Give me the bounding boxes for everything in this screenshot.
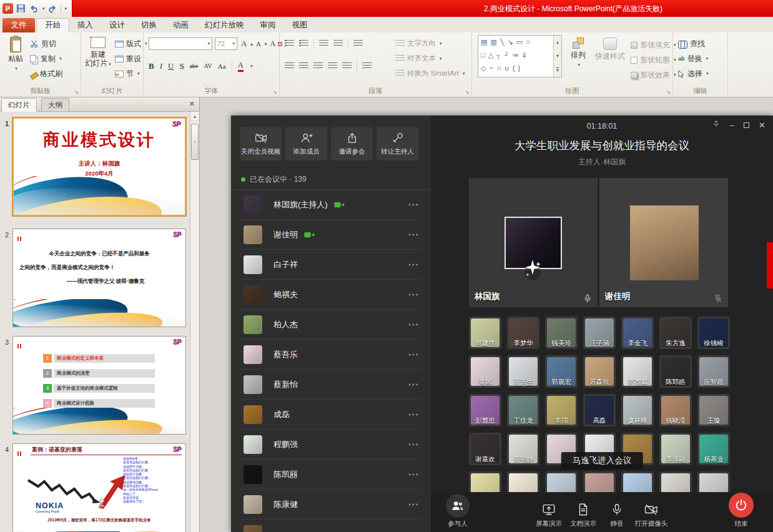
slide-thumbnail-1[interactable]: SP 商业模式设计 主讲人：林国旗 2020年4月 bbox=[12, 117, 186, 216]
text-shadow-button[interactable]: S bbox=[179, 61, 184, 71]
add-member-button[interactable]: 添加成员 bbox=[285, 127, 327, 160]
bold-button[interactable]: B bbox=[149, 61, 154, 71]
new-slide-button[interactable]: 新建幻灯片▾ bbox=[82, 35, 114, 69]
slide-thumbnail-2[interactable]: SP 今天企业之间的竞争：已经不是产品和服务 之间的竞争，而是商业模式之间的竞争… bbox=[12, 229, 186, 327]
character-spacing-button[interactable]: AV bbox=[204, 62, 212, 69]
video-grid-tile[interactable]: 郭观宏 bbox=[545, 355, 578, 388]
video-grid-tile[interactable]: 苏森欣 bbox=[583, 355, 616, 388]
video-grid-tile[interactable]: 钱美玲 bbox=[545, 317, 578, 349]
shape-outline-button[interactable]: 形状轮廓▾ bbox=[631, 54, 676, 66]
shapes-gallery-scrollbar[interactable]: ▲▼▼ bbox=[553, 36, 561, 77]
font-size-combo[interactable]: 72▾ bbox=[215, 37, 237, 50]
tab-slides[interactable]: 幻灯片 bbox=[1, 98, 37, 112]
doc-share-button[interactable]: 文档演示 bbox=[570, 501, 596, 528]
font-color-button[interactable]: A bbox=[238, 60, 244, 72]
video-grid-tile[interactable] bbox=[545, 471, 578, 492]
redo-icon[interactable] bbox=[47, 3, 58, 14]
tab-开始[interactable]: 开始 bbox=[36, 18, 69, 32]
video-grid-tile[interactable]: 李金飞 bbox=[621, 317, 654, 349]
slide-thumbnail-4[interactable]: SP 案例：诺基亚的衰落 NOKIA Connecting People 你说A… bbox=[12, 443, 186, 532]
participant-row[interactable]: 柏人杰 bbox=[240, 310, 422, 340]
close-icon[interactable]: ✕ bbox=[189, 100, 195, 108]
panel-scrollbar[interactable]: ▲ ≡ bbox=[190, 112, 199, 532]
more-button[interactable] bbox=[407, 498, 420, 511]
tab-幻灯片放映[interactable]: 幻灯片放映 bbox=[197, 18, 252, 32]
shapes-gallery[interactable]: ▤▥╲↘▭○ □△┐┘⇒⇓ ◇~∩∪{} ▲▼▼ bbox=[478, 35, 562, 77]
columns-icon[interactable] bbox=[362, 62, 372, 70]
video-grid-tile[interactable]: 罗杰威 bbox=[621, 355, 654, 388]
more-button[interactable] bbox=[407, 408, 420, 421]
text-direction-button[interactable]: 文字方向▾ bbox=[395, 39, 442, 48]
italic-button[interactable]: I bbox=[160, 61, 162, 71]
video-grid-tile[interactable]: 钱晓滢 bbox=[659, 394, 692, 426]
video-grid-tile[interactable]: 王璇 bbox=[697, 394, 730, 426]
featured-video-tile[interactable]: 谢佳明 bbox=[599, 178, 728, 307]
participant-row[interactable]: 蔡新怡 bbox=[240, 370, 422, 400]
undo-dropdown-icon[interactable]: ▾ bbox=[42, 6, 45, 11]
more-button[interactable] bbox=[407, 378, 420, 391]
underline-button[interactable]: U bbox=[168, 61, 174, 71]
tab-file[interactable]: 文件 bbox=[2, 18, 35, 32]
video-grid-tile[interactable]: 虞林峰 bbox=[621, 394, 654, 426]
quick-styles-button[interactable]: 快速样式 bbox=[593, 35, 628, 61]
participant-row[interactable]: 成磊 bbox=[240, 400, 422, 430]
more-button[interactable] bbox=[407, 318, 420, 331]
bullets-icon[interactable] bbox=[285, 40, 294, 47]
customize-toolbar-icon[interactable]: ▾ bbox=[65, 6, 67, 11]
dialog-launcher-icon[interactable]: ↘ bbox=[666, 89, 671, 95]
scroll-up-icon[interactable]: ▲ bbox=[190, 112, 199, 121]
align-center-icon[interactable] bbox=[299, 62, 308, 70]
strikethrough-button[interactable]: abe bbox=[190, 62, 199, 69]
increase-indent-icon[interactable] bbox=[333, 40, 343, 47]
video-grid-tile[interactable]: 应智超 bbox=[697, 355, 730, 388]
shrink-font-button[interactable]: A▼ bbox=[256, 37, 268, 50]
scrollbar-thumb[interactable]: ≡ bbox=[191, 124, 199, 160]
participant-row[interactable]: 谢佳明 bbox=[240, 220, 422, 250]
participant-row[interactable]: 鲍祺夫 bbox=[240, 280, 422, 310]
more-button[interactable] bbox=[407, 468, 420, 481]
video-grid-tile[interactable]: 黄斌 bbox=[469, 355, 501, 388]
open-camera-button[interactable]: 打开摄像头 bbox=[635, 501, 668, 528]
more-button[interactable] bbox=[407, 259, 420, 271]
layout-button[interactable]: 版式▾ bbox=[115, 37, 147, 50]
arrange-button[interactable]: 排列▾ bbox=[565, 35, 591, 69]
slide-thumbnail-3[interactable]: SP 1商业模式的定义和本质2商业模式的演变3基于价值主张的商业模式逻辑4商业模… bbox=[12, 336, 186, 435]
video-grid-tile[interactable]: 谢嘉欢 bbox=[469, 433, 501, 465]
tab-审阅[interactable]: 审阅 bbox=[252, 18, 284, 32]
undo-icon[interactable] bbox=[28, 3, 39, 14]
participants-button[interactable]: 参与人 bbox=[446, 494, 470, 528]
tab-设计[interactable]: 设计 bbox=[101, 18, 133, 32]
video-grid-tile[interactable]: 朱方逸 bbox=[659, 317, 692, 349]
dialog-launcher-icon[interactable]: ↘ bbox=[74, 89, 79, 95]
video-grid-tile[interactable]: 周建伟 bbox=[469, 317, 501, 349]
font-name-combo[interactable]: ▾ bbox=[149, 37, 212, 50]
video-grid-tile[interactable] bbox=[659, 471, 692, 492]
find-button[interactable]: 查找 bbox=[678, 37, 705, 50]
invite-button[interactable]: 邀请参会 bbox=[331, 127, 373, 160]
video-grid-tile[interactable] bbox=[469, 471, 501, 492]
video-grid-tile[interactable]: 李梦华 bbox=[507, 317, 539, 349]
video-grid-tile[interactable]: 丁佳龙 bbox=[507, 394, 539, 426]
tab-outline[interactable]: 大纲 bbox=[41, 98, 69, 112]
tab-视图[interactable]: 视图 bbox=[284, 18, 316, 32]
copy-button[interactable]: 复制▾ bbox=[30, 52, 62, 65]
video-grid-tile[interactable]: 李泽融 bbox=[659, 433, 692, 465]
powerpoint-logo-icon[interactable]: P bbox=[2, 3, 13, 14]
distribute-icon[interactable] bbox=[342, 62, 352, 70]
video-grid-tile[interactable]: 吴明静 bbox=[507, 433, 539, 465]
video-grid-tile[interactable]: 汪子涵 bbox=[583, 317, 616, 349]
video-grid-tile[interactable]: 杨基业 bbox=[697, 433, 730, 465]
video-grid-tile[interactable]: 高磊 bbox=[583, 394, 616, 426]
tab-插入[interactable]: 插入 bbox=[69, 18, 101, 32]
more-button[interactable] bbox=[407, 528, 420, 532]
transfer-host-button[interactable]: 转让主持人 bbox=[377, 127, 418, 160]
featured-video-tile[interactable]: 林国旗 bbox=[469, 178, 598, 307]
participant-row[interactable]: 白子祥 bbox=[240, 250, 422, 280]
video-grid-tile[interactable] bbox=[621, 471, 654, 492]
tab-切换[interactable]: 切换 bbox=[133, 18, 165, 32]
participant-row[interactable]: 陈康健 bbox=[240, 490, 422, 520]
participant-row[interactable] bbox=[240, 520, 422, 532]
more-button[interactable] bbox=[407, 229, 420, 241]
align-text-button[interactable]: 对齐文本▾ bbox=[395, 54, 442, 63]
select-button[interactable]: 选择▾ bbox=[678, 67, 709, 80]
